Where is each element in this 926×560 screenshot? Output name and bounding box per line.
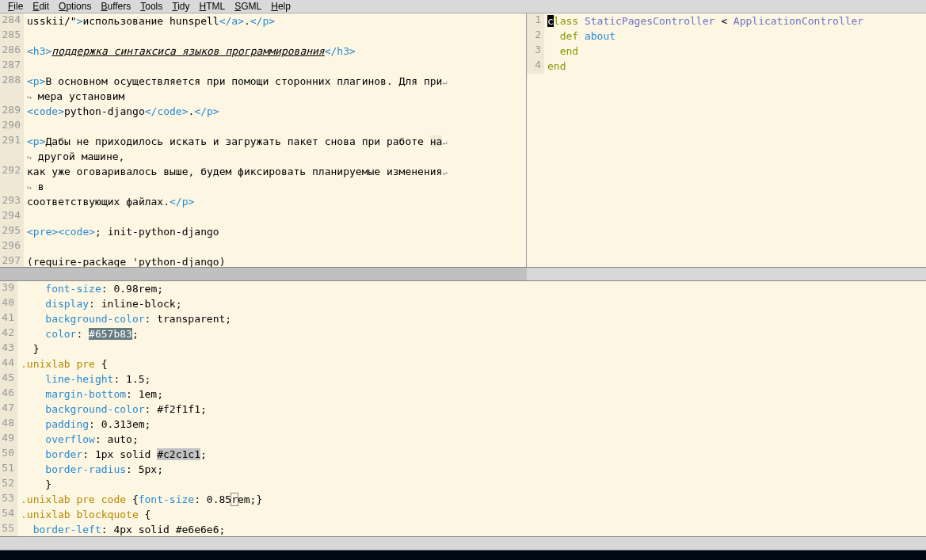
line-number: 288 (0, 74, 21, 89)
code-line[interactable]: border-left: 4px solid #e6e6e6; (21, 522, 926, 536)
line-number: 41 (0, 311, 14, 326)
menu-file[interactable]: File (3, 1, 28, 12)
line-number: 285 (0, 29, 21, 44)
code-line[interactable]: соответствующих файлах.</p> (27, 194, 526, 209)
modeline-left[interactable]: U:**- *markdown-output* 62% (291,67) (XH… (0, 267, 527, 281)
code-line[interactable]: overflow: auto; (21, 432, 926, 447)
code-line[interactable] (27, 119, 526, 134)
menu-tools[interactable]: Tools (135, 1, 167, 12)
line-number: 287 (0, 59, 21, 74)
code-line[interactable]: ↪ мера установим (27, 89, 526, 104)
top-modelines: U:**- *markdown-output* 62% (291,67) (XH… (0, 267, 926, 281)
code-line[interactable]: .unixlab pre { (21, 356, 926, 371)
code-line[interactable]: ↪ в (27, 179, 526, 194)
gutter-right: 1234 (527, 13, 544, 74)
line-number: 55 (0, 522, 14, 536)
code-bottom[interactable]: font-size: 0.98rem; display: inline-bloc… (17, 281, 926, 536)
line-number: 51 (0, 462, 14, 477)
line-number: 50 (0, 447, 14, 462)
code-line[interactable]: ↪ другой машине, (27, 149, 526, 164)
code-line[interactable]: как уже оговаривалось выше, будем фиксир… (27, 164, 526, 179)
line-number: 289 (0, 104, 21, 119)
code-line[interactable]: line-height: 1.5; (21, 371, 926, 387)
code-line[interactable]: margin-bottom: 1em; (21, 387, 926, 402)
code-line[interactable]: background-color: #f2f1f1; (21, 402, 926, 417)
code-line[interactable]: usskii/">использование hunspell</a>.</p> (27, 13, 526, 29)
pane-ruby-controller[interactable]: 1234 class StaticPagesController < Appli… (527, 13, 926, 267)
code-line[interactable]: font-size: 0.98rem; (21, 281, 926, 296)
menu-options[interactable]: Options (54, 1, 96, 12)
modeline-right[interactable]: -:--- static_pages_controller.rb All (1,… (527, 267, 926, 281)
code-line[interactable]: <code>python-django</code>.</p> (27, 104, 526, 119)
minibuffer[interactable] (0, 550, 926, 560)
code-line[interactable]: end (547, 59, 926, 74)
code-line[interactable]: } (21, 477, 926, 492)
code-line[interactable] (27, 209, 526, 224)
line-number: 295 (0, 224, 21, 239)
line-number: 1 (527, 13, 541, 29)
line-number: 290 (0, 119, 21, 134)
menu-sgml[interactable]: SGML (230, 1, 266, 12)
line-number: 44 (0, 356, 14, 371)
code-line[interactable]: background-color: transparent; (21, 311, 926, 326)
line-number: 49 (0, 432, 14, 447)
line-number: 43 (0, 341, 14, 356)
line-number: 296 (0, 239, 21, 254)
menu-bar[interactable]: FileEditOptionsBuffersToolsTidyHTMLSGMLH… (0, 0, 926, 13)
line-number: 284 (0, 13, 21, 29)
code-right[interactable]: class StaticPagesController < Applicatio… (544, 13, 926, 74)
code-line[interactable]: (require-package 'python-django) (27, 254, 526, 267)
code-line[interactable]: end (547, 44, 926, 59)
line-number: 297 (0, 254, 21, 267)
top-split: 2842852862872882892902912922932942952962… (0, 13, 926, 267)
gutter-bottom: 3940414243444546474849505152535455 (0, 281, 17, 536)
line-number: 47 (0, 402, 14, 417)
line-number: 294 (0, 209, 21, 224)
line-number: 52 (0, 477, 14, 492)
line-number: 293 (0, 194, 21, 209)
code-line[interactable]: padding: 0.313em; (21, 417, 926, 432)
line-number: 286 (0, 44, 21, 59)
pane-css[interactable]: 3940414243444546474849505152535455 font-… (0, 281, 926, 536)
gutter-left: 2842852862872882892902912922932942952962… (0, 13, 24, 267)
code-left[interactable]: usskii/">использование hunspell</a>.</p>… (24, 13, 526, 267)
line-number: 54 (0, 507, 14, 522)
code-line[interactable] (27, 239, 526, 254)
code-line[interactable]: def about (547, 29, 926, 44)
code-line[interactable]: <pre><code>; init-python-django (27, 224, 526, 239)
line-number: 42 (0, 326, 14, 341)
code-line[interactable]: display: inline-block; (21, 296, 926, 311)
menu-help[interactable]: Help (266, 1, 295, 12)
menu-edit[interactable]: Edit (28, 1, 54, 12)
line-number: 2 (527, 29, 541, 44)
line-number: 39 (0, 281, 14, 296)
code-line[interactable]: <p>Дабы не приходилось искать и загружат… (27, 134, 526, 149)
code-line[interactable]: } (21, 341, 926, 356)
line-number (0, 149, 21, 164)
menu-tidy[interactable]: Tidy (167, 1, 194, 12)
line-number (0, 89, 21, 104)
code-line[interactable]: border: 1px solid #c2c1c1; (21, 447, 926, 462)
code-line[interactable]: <h3>поддержка синтаксиса языков программ… (27, 44, 526, 59)
line-number: 4 (527, 59, 541, 74)
code-line[interactable] (27, 59, 526, 74)
line-number: 291 (0, 134, 21, 149)
code-line[interactable]: <p>В основном осуществляется при помощи … (27, 74, 526, 89)
line-number: 3 (527, 44, 541, 59)
code-line[interactable] (27, 29, 526, 44)
code-line[interactable]: border-radius: 5px; (21, 462, 926, 477)
code-line[interactable]: color: #657b83; (21, 326, 926, 341)
line-number: 46 (0, 387, 14, 402)
menu-buffers[interactable]: Buffers (96, 1, 135, 12)
line-number (0, 179, 21, 194)
line-number: 40 (0, 296, 14, 311)
code-line[interactable]: .unixlab pre code {font-size: 0.85rem;} (21, 492, 926, 507)
line-number: 53 (0, 492, 14, 507)
menu-html[interactable]: HTML (195, 1, 231, 12)
code-line[interactable]: .unixlab blockquote { (21, 507, 926, 522)
modeline-bottom[interactable]: -:--- unixlab.css 50% (53,34) Git:master… (0, 536, 926, 550)
pane-markdown-output[interactable]: 2842852862872882892902912922932942952962… (0, 13, 527, 267)
code-line[interactable]: class StaticPagesController < Applicatio… (547, 13, 926, 29)
line-number: 292 (0, 164, 21, 179)
line-number: 48 (0, 417, 14, 432)
